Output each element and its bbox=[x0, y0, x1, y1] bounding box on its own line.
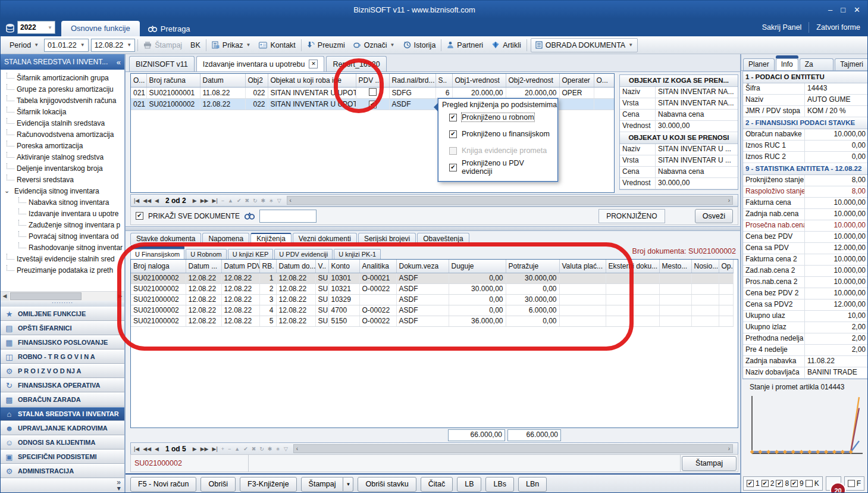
column-header-analitika[interactable]: Analitika bbox=[359, 260, 396, 273]
bk-button[interactable]: BK bbox=[186, 38, 205, 52]
date-to-field[interactable]: 12.08.22▼ bbox=[91, 39, 136, 52]
cell-objekat-u-koji-roba-ide[interactable]: SITAN INVENTAR U UPOTREBI bbox=[268, 87, 356, 98]
preuzmi-button[interactable]: Preuzmi bbox=[303, 38, 349, 52]
cell-datum[interactable]: 11.08.22 bbox=[200, 87, 245, 98]
tab-report-16920[interactable]: Report_16920 bbox=[326, 56, 386, 71]
cell-dokum-veza[interactable]: ASDF bbox=[396, 316, 449, 326]
cell-mesto[interactable] bbox=[659, 273, 691, 283]
tab-knji-enja[interactable]: Knjiženja bbox=[250, 233, 292, 245]
grid-horizontal-scrollbar[interactable]: ‹› bbox=[293, 444, 733, 453]
edit-action-icon-2[interactable]: − bbox=[226, 446, 233, 452]
cell-operater[interactable] bbox=[559, 98, 594, 110]
chevron-down-icon[interactable]: ▼ bbox=[343, 477, 353, 492]
edit-action-icon-4[interactable]: ✖ bbox=[243, 198, 251, 204]
cell-konto[interactable]: 10301 bbox=[328, 273, 359, 283]
table-row-3[interactable]: SU02100000212.08.2212.08.22312.08.22SU10… bbox=[131, 294, 733, 305]
cell-datum-do[interactable]: 12.08.22 bbox=[276, 283, 315, 294]
pdv-checked-checkbox[interactable] bbox=[369, 101, 377, 108]
edit-action-icon-8[interactable]: ∗ bbox=[274, 446, 282, 452]
cell-pdv[interactable] bbox=[356, 98, 389, 110]
cell-v[interactable]: SU bbox=[315, 283, 328, 294]
column-header-dokum-veza[interactable]: Dokum.veza bbox=[396, 260, 449, 273]
column-header-obj2-vrednost[interactable]: Obj2-vrednost bbox=[506, 74, 559, 87]
cell-obj1-vrednost[interactable]: 20.000,00 bbox=[452, 87, 506, 98]
cell-potra-uje[interactable]: 30.000,00 bbox=[506, 273, 559, 283]
cell-nosio[interactable] bbox=[691, 305, 719, 316]
column-header-nosio[interactable]: Nosio... bbox=[691, 260, 719, 273]
cell-datum-do[interactable]: 12.08.22 bbox=[276, 316, 315, 326]
cell-v[interactable]: SU bbox=[315, 294, 328, 305]
cell-analitika[interactable]: O-00022 bbox=[359, 316, 396, 326]
cell-analitika[interactable] bbox=[359, 294, 396, 305]
cell-v[interactable]: SU bbox=[315, 316, 328, 326]
oznaci-button[interactable]: Označi▼ bbox=[349, 38, 399, 52]
sidebar-section-administracija[interactable]: ⚙ADMINISTRACIJA bbox=[1, 464, 124, 478]
obri-i-stavku-button[interactable]: Obriši stavku bbox=[358, 477, 416, 492]
cell-valuta-pla[interactable] bbox=[559, 283, 606, 294]
column-header-obj2[interactable]: Obj2 bbox=[245, 74, 268, 87]
close-tab-icon[interactable]: ✕ bbox=[309, 60, 318, 68]
checked-checkbox[interactable] bbox=[449, 114, 457, 121]
refresh-button[interactable]: Osveži bbox=[695, 209, 733, 223]
tab-pretraga[interactable]: Pretraga bbox=[140, 21, 199, 36]
tree-item-deljenje-inventarskog-broja[interactable]: Deljenje inventarskog broja bbox=[1, 163, 124, 174]
subtab-u-robnom[interactable]: U Robnom bbox=[186, 249, 227, 259]
cell-potra-uje[interactable]: 30.000,00 bbox=[506, 294, 559, 305]
cell-datum-pdv[interactable]: 12.08.22 bbox=[221, 305, 259, 316]
series-2-checkbox[interactable] bbox=[762, 480, 769, 487]
cell-op[interactable] bbox=[719, 305, 733, 316]
popup-item-proknji-eno-u-pdv-evidenciji[interactable]: Proknjiženo u PDV evidenciji bbox=[442, 159, 554, 176]
more-buttons-icon[interactable]: »▾ bbox=[117, 479, 121, 491]
edit-action-icon-1[interactable]: + bbox=[220, 446, 226, 452]
column-header-broj-ra-una[interactable]: Broj računa bbox=[146, 74, 200, 87]
series-k-checkbox[interactable] bbox=[806, 480, 813, 487]
tree-item-grupe-za-poresku-amortizaciju[interactable]: Grupe za poresku amortizaciju bbox=[1, 83, 124, 95]
sidebar-section-obra-un-zarada[interactable]: ▩OBRAČUN ZARADA bbox=[1, 392, 124, 407]
cell-mesto[interactable] bbox=[659, 294, 691, 305]
cell-konto[interactable]: 10329 bbox=[328, 294, 359, 305]
checked-checkbox[interactable] bbox=[449, 164, 457, 171]
tree-item-nabavka-sitnog-inventara[interactable]: Nabavka sitnog inventara bbox=[1, 196, 124, 208]
cell-datum[interactable]: 12.08.22 bbox=[186, 316, 221, 326]
cell-op[interactable] bbox=[719, 316, 733, 326]
edit-action-icon-6[interactable]: ↻ bbox=[258, 446, 266, 452]
tree-item-izdavanje-inventara-u-upotre[interactable]: Izdavanje inventara u upotre bbox=[1, 208, 124, 219]
lbn-button[interactable]: LBn bbox=[518, 477, 547, 492]
cell-rad-nal-brd[interactable]: SDFG bbox=[389, 87, 435, 98]
cell-datum-pdv[interactable]: 12.08.22 bbox=[221, 283, 259, 294]
cell-nosio[interactable] bbox=[691, 273, 719, 283]
obri-i-button[interactable]: Obriši bbox=[200, 477, 236, 492]
cell-konto[interactable]: 5150 bbox=[328, 316, 359, 326]
cell-duguje[interactable]: 0,00 bbox=[449, 294, 506, 305]
column-header-eksterni-doku[interactable]: Eksterni doku... bbox=[606, 260, 659, 273]
column-header-o[interactable]: O... bbox=[131, 74, 146, 87]
cell-eksterni-doku[interactable] bbox=[606, 316, 659, 326]
cell-duguje[interactable]: 30.000,00 bbox=[449, 283, 506, 294]
cell-datum-pdv[interactable]: 12.08.22 bbox=[221, 294, 259, 305]
cell-analitika[interactable]: O-00021 bbox=[359, 273, 396, 283]
tree-item-tabela-knjigovodstvenih-ra-una[interactable]: Tabela knjigovodstvenih računa bbox=[1, 95, 124, 106]
cell-objekat-u-koji-roba-ide[interactable]: SITAN INVENTAR U UPOTREBI bbox=[268, 98, 356, 110]
edit-action-icon-5[interactable]: ✖ bbox=[250, 446, 258, 452]
document-number-field[interactable]: SU021000002 bbox=[131, 455, 249, 472]
scroll-left-icon[interactable]: ‹ bbox=[290, 197, 292, 204]
grid-horizontal-scrollbar[interactable]: ‹› bbox=[287, 196, 733, 205]
cell-valuta-pla[interactable] bbox=[559, 273, 606, 283]
sidebar-section-upravljanje-kadrovima[interactable]: ☻UPRAVLJANJE KADROVIMA bbox=[1, 421, 124, 435]
next-page-icon[interactable]: ▶▶ bbox=[199, 198, 211, 204]
cell-v[interactable]: SU bbox=[315, 273, 328, 283]
collapse-panel-icon[interactable]: « bbox=[117, 58, 121, 67]
edit-action-icon-3[interactable]: ▲ bbox=[233, 446, 242, 452]
scroll-right-icon[interactable]: ▶ bbox=[116, 292, 124, 301]
cell-eksterni-doku[interactable] bbox=[606, 283, 659, 294]
tree-item-rashodovanje-sitnog-inventar[interactable]: Rashodovanje sitnog inventar bbox=[1, 242, 124, 253]
table-row-2[interactable]: SU02100000212.08.2212.08.22212.08.22SU10… bbox=[131, 283, 733, 294]
partneri-button[interactable]: Partneri bbox=[443, 38, 487, 52]
column-header-mesto[interactable]: Mesto... bbox=[659, 260, 691, 273]
prior-page-icon[interactable]: ◀◀ bbox=[141, 446, 153, 452]
column-header-datum-do[interactable]: Datum do... bbox=[276, 260, 315, 273]
cell-datum[interactable]: 12.08.22 bbox=[186, 294, 221, 305]
column-header-konto[interactable]: Konto bbox=[328, 260, 359, 273]
cell-obj2-vrednost[interactable]: 20.000,00 bbox=[506, 87, 559, 98]
next-record-icon[interactable]: ▶ bbox=[191, 198, 199, 204]
